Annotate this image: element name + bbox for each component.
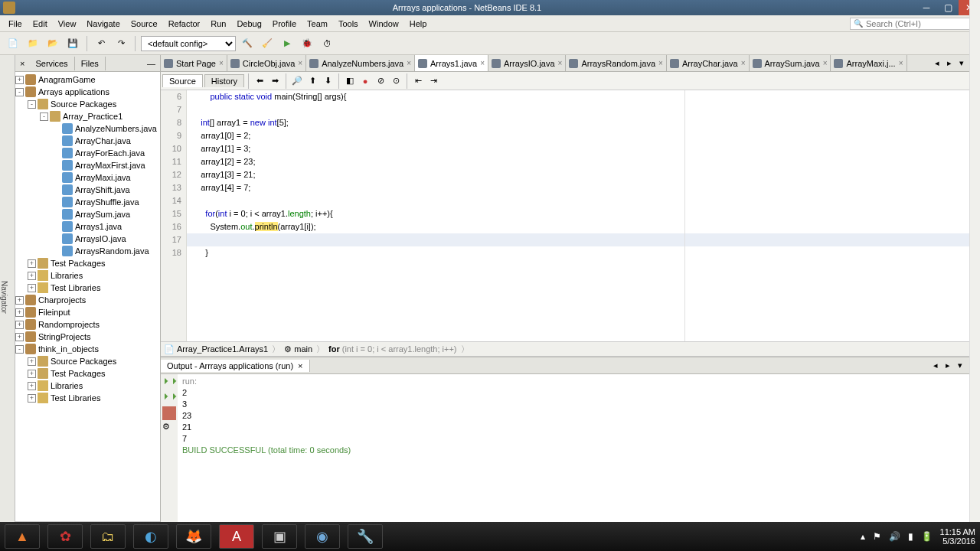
menu-window[interactable]: Window bbox=[364, 18, 404, 30]
output-console[interactable]: run:2323217BUILD SUCCESSFUL (total time:… bbox=[178, 374, 980, 533]
tree-node[interactable]: +Randomprojects bbox=[15, 318, 160, 331]
tree-node[interactable]: +Test Packages bbox=[15, 367, 160, 380]
tree-node[interactable]: +Libraries bbox=[15, 269, 160, 282]
output-next-icon[interactable]: ▸ bbox=[942, 360, 954, 370]
tabs-left-icon[interactable]: ◂ bbox=[931, 58, 943, 68]
rerun-icon[interactable]: ⏵⏵ bbox=[162, 376, 176, 390]
menu-view[interactable]: View bbox=[53, 18, 82, 30]
build-icon[interactable]: 🔨 bbox=[239, 35, 256, 52]
new-project-icon[interactable]: 📁 bbox=[24, 35, 41, 52]
tab-close-icon[interactable]: × bbox=[219, 59, 224, 67]
netbeans-icon[interactable]: ◉ bbox=[305, 524, 340, 549]
tab-close-icon[interactable]: × bbox=[407, 59, 411, 67]
menu-edit[interactable]: Edit bbox=[28, 18, 53, 30]
output-tab-close-icon[interactable]: × bbox=[298, 361, 302, 370]
project-tree[interactable]: +AnagramGame-Arrays applications-Source … bbox=[15, 72, 160, 521]
open-project-icon[interactable]: 📂 bbox=[44, 35, 61, 52]
tray-up-icon[interactable]: ▴ bbox=[861, 531, 865, 542]
files-tab[interactable]: Files bbox=[75, 57, 106, 70]
tab-close-icon[interactable]: × bbox=[298, 59, 302, 67]
output-dropdown-icon[interactable]: ▾ bbox=[954, 360, 966, 370]
tree-node[interactable]: -think_in_objects bbox=[15, 343, 160, 355]
stop-icon[interactable]: ● bbox=[358, 74, 372, 88]
editor-tab[interactable]: ArraysRandom.java× bbox=[566, 55, 666, 72]
find-selection-icon[interactable]: 🔎 bbox=[290, 74, 304, 88]
settings-icon[interactable]: ⚙ bbox=[162, 422, 176, 435]
breadcrumb-method[interactable]: ⚙ main bbox=[284, 344, 312, 354]
code-body[interactable]: public static void main(String[] args){ … bbox=[187, 90, 980, 341]
output-tab[interactable]: Output - Arrrays applications (run) × bbox=[161, 360, 310, 372]
tree-node[interactable]: ArrayMaxi.java bbox=[15, 171, 160, 184]
nav-fwd-icon[interactable]: ➡ bbox=[268, 74, 282, 88]
find-prev-icon[interactable]: ⬆ bbox=[305, 74, 319, 88]
tree-node[interactable]: +AnagramGame bbox=[15, 73, 160, 86]
rerun2-icon[interactable]: ⏵⏵ bbox=[162, 391, 176, 405]
tree-node[interactable]: ArraysIO.java bbox=[15, 233, 160, 245]
volume-icon[interactable]: 🔊 bbox=[889, 531, 900, 542]
navigator-strip[interactable]: Navigator bbox=[0, 55, 15, 533]
menu-profile[interactable]: Profile bbox=[267, 18, 302, 30]
tab-close-icon[interactable]: × bbox=[741, 59, 746, 67]
tree-node[interactable]: ArraySum.java bbox=[15, 208, 160, 220]
menu-tools[interactable]: Tools bbox=[333, 18, 364, 30]
line-gutter[interactable]: 6789101112131415161718 bbox=[161, 90, 187, 341]
clean-build-icon[interactable]: 🧹 bbox=[259, 35, 276, 52]
new-file-icon[interactable]: 📄 bbox=[5, 35, 21, 52]
menu-run[interactable]: Run bbox=[205, 18, 231, 30]
vlc-icon[interactable]: ▲ bbox=[5, 524, 40, 549]
shift-left-icon[interactable]: ⇤ bbox=[411, 74, 425, 88]
projects-close-icon[interactable]: × bbox=[15, 59, 29, 68]
adobe-reader-icon[interactable]: A bbox=[219, 524, 254, 549]
editor-tab[interactable]: ArraysIO.java× bbox=[488, 55, 566, 72]
firefox-icon[interactable]: 🦊 bbox=[176, 524, 211, 549]
clock[interactable]: 11:15 AM 5/3/2016 bbox=[940, 527, 975, 546]
services-tab[interactable]: Services bbox=[29, 57, 74, 70]
nav-back-icon[interactable]: ⬅ bbox=[253, 74, 266, 88]
chrome-icon[interactable]: ◐ bbox=[133, 524, 168, 549]
app3-icon[interactable]: 🔧 bbox=[348, 524, 383, 549]
tab-close-icon[interactable]: × bbox=[658, 59, 663, 67]
menu-refactor[interactable]: Refactor bbox=[163, 18, 206, 30]
comment-icon[interactable]: ⊘ bbox=[374, 74, 387, 88]
tree-node[interactable]: +StringProjects bbox=[15, 331, 160, 343]
profile-icon[interactable]: ⏱ bbox=[318, 35, 335, 52]
save-all-icon[interactable]: 💾 bbox=[64, 35, 81, 52]
run-icon[interactable]: ▶ bbox=[279, 35, 296, 52]
editor-tab[interactable]: CircleObj.java× bbox=[227, 55, 306, 72]
tree-node[interactable]: AnalyzeNumbers.java bbox=[15, 122, 160, 135]
menu-file[interactable]: File bbox=[3, 18, 28, 30]
tree-node[interactable]: -Arrays applications bbox=[15, 86, 160, 98]
uncomment-icon[interactable]: ⊙ bbox=[389, 74, 403, 88]
tree-node[interactable]: ArrayChar.java bbox=[15, 135, 160, 147]
tab-close-icon[interactable]: × bbox=[899, 59, 903, 67]
tree-node[interactable]: +Source Packages bbox=[15, 355, 160, 367]
minimize-button[interactable]: ─ bbox=[916, 0, 937, 15]
tree-node[interactable]: +Test Packages bbox=[15, 257, 160, 269]
output-prev-icon[interactable]: ◂ bbox=[929, 360, 942, 370]
search-box[interactable]: 🔍 bbox=[850, 18, 977, 30]
editor-tab[interactable]: Start Page× bbox=[161, 55, 227, 72]
tree-node[interactable]: +Libraries bbox=[15, 380, 160, 392]
tab-close-icon[interactable]: × bbox=[558, 59, 563, 67]
editor-tab[interactable]: Arrays1.java× bbox=[415, 55, 488, 72]
tree-node[interactable]: +Charprojects bbox=[15, 294, 160, 306]
debug-icon[interactable]: 🐞 bbox=[299, 35, 315, 52]
search-input[interactable] bbox=[866, 19, 973, 28]
tabs-list-icon[interactable]: ▾ bbox=[956, 58, 968, 68]
config-select[interactable]: <default config> bbox=[141, 36, 236, 51]
tree-node[interactable]: ArrayShuffle.java bbox=[15, 196, 160, 208]
menu-help[interactable]: Help bbox=[404, 18, 433, 30]
tree-node[interactable]: -Array_Practice1 bbox=[15, 110, 160, 122]
maximize-button[interactable]: ▢ bbox=[937, 0, 959, 15]
app1-icon[interactable]: ✿ bbox=[47, 524, 83, 549]
tree-node[interactable]: ArrayMaxFirst.java bbox=[15, 159, 160, 171]
redo-icon[interactable]: ↷ bbox=[113, 35, 129, 52]
source-tab[interactable]: Source bbox=[162, 74, 203, 87]
app2-icon[interactable]: ▣ bbox=[262, 524, 297, 549]
tab-close-icon[interactable]: × bbox=[480, 59, 485, 67]
menu-debug[interactable]: Debug bbox=[231, 18, 266, 30]
network-icon[interactable]: ▮ bbox=[908, 531, 913, 542]
find-next-icon[interactable]: ⬇ bbox=[321, 74, 335, 88]
code-editor[interactable]: 6789101112131415161718 public static voi… bbox=[161, 90, 980, 341]
breadcrumb-class[interactable]: 📄 Array_Practice1.Arrays1 bbox=[164, 344, 268, 354]
